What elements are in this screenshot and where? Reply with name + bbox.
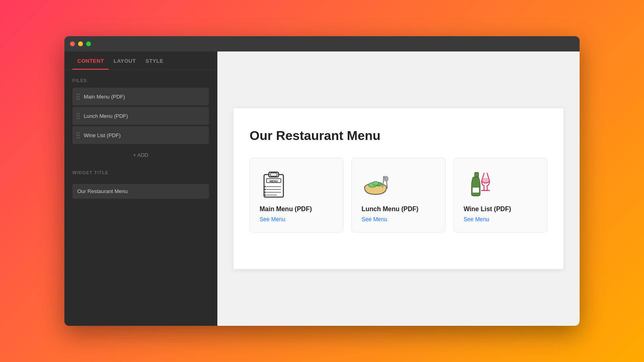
preview-area: Our Restaurant Menu (233, 108, 564, 269)
card-name-lunch-menu: Lunch Menu (PDF) (361, 206, 418, 213)
widget-title-section: WIDGET TITLE (72, 170, 209, 199)
salad-bowl-icon (361, 170, 390, 198)
svg-rect-28 (475, 173, 479, 177)
svg-rect-8 (270, 173, 277, 176)
tab-content[interactable]: CONTENT (72, 51, 109, 70)
wine-bottle-icon (464, 170, 492, 198)
file-name-wine-list: Wine List (PDF) (84, 132, 183, 138)
svg-rect-5 (186, 133, 189, 136)
svg-point-15 (264, 186, 266, 187)
close-button[interactable] (70, 41, 75, 46)
widget-title-input[interactable] (72, 184, 209, 199)
file-item-wine-list[interactable]: Wine List (PDF) (72, 126, 209, 144)
card-name-main-menu: Main Menu (PDF) (260, 206, 312, 213)
tab-layout[interactable]: LAYOUT (109, 51, 140, 70)
files-section-label: FILES (72, 78, 209, 83)
menu-card-wine-list: Wine List (PDF) See Menu (454, 158, 547, 232)
menu-card-lunch-menu: Lunch Menu (PDF) See Menu (351, 158, 445, 232)
svg-point-27 (385, 177, 388, 181)
drag-handle[interactable] (76, 132, 80, 138)
file-list: Main Menu (PDF) (72, 88, 209, 144)
minimize-button[interactable] (78, 41, 83, 46)
file-name-main-menu: Main Menu (PDF) (84, 94, 183, 100)
maximize-button[interactable] (86, 41, 91, 46)
file-item-main-menu[interactable]: Main Menu (PDF) (72, 88, 209, 105)
titlebar (64, 36, 580, 51)
svg-rect-3 (186, 113, 189, 117)
card-name-wine-list: Wine List (PDF) (464, 206, 511, 213)
file-name-lunch-menu: Lunch Menu (PDF) (84, 113, 183, 119)
drag-handle[interactable] (76, 94, 80, 100)
card-link-lunch-menu[interactable]: See Menu (361, 216, 387, 222)
duplicate-button-main-menu[interactable] (183, 92, 193, 101)
sidebar-content: FILES Main Menu (PDF) (64, 70, 217, 326)
app-body: CONTENT LAYOUT STYLE FILES Main Menu (PD… (64, 51, 580, 326)
delete-button-main-menu[interactable] (195, 92, 205, 101)
svg-rect-6 (264, 175, 283, 197)
menu-cards: MENU (250, 158, 547, 232)
drag-handle[interactable] (76, 113, 80, 119)
widget-title-label: WIDGET TITLE (72, 170, 209, 175)
svg-point-22 (373, 181, 379, 185)
duplicate-button-lunch-menu[interactable] (183, 111, 193, 121)
svg-point-18 (264, 194, 266, 196)
menu-clipboard-icon: MENU (260, 170, 288, 198)
app-window: CONTENT LAYOUT STYLE FILES Main Menu (PD… (64, 36, 580, 326)
tab-style[interactable]: STYLE (141, 51, 168, 70)
duplicate-button-wine-list[interactable] (183, 130, 193, 140)
file-item-lunch-menu[interactable]: Lunch Menu (PDF) (72, 107, 209, 125)
card-link-wine-list[interactable]: See Menu (464, 216, 489, 222)
preview-title: Our Restaurant Menu (250, 128, 547, 143)
menu-card-main-menu: MENU (250, 158, 343, 232)
main-content: Our Restaurant Menu (217, 51, 580, 326)
svg-rect-29 (472, 187, 479, 193)
svg-point-17 (264, 191, 266, 193)
svg-text:MENU: MENU (270, 180, 278, 183)
svg-rect-1 (186, 94, 189, 97)
delete-button-wine-list[interactable] (195, 130, 205, 140)
card-link-main-menu[interactable]: See Menu (260, 216, 285, 222)
traffic-lights (70, 41, 91, 46)
sidebar: CONTENT LAYOUT STYLE FILES Main Menu (PD… (64, 51, 217, 326)
delete-button-lunch-menu[interactable] (195, 111, 205, 121)
svg-point-16 (264, 189, 266, 190)
tab-bar: CONTENT LAYOUT STYLE (64, 51, 217, 70)
add-file-button[interactable]: + ADD (72, 148, 209, 162)
